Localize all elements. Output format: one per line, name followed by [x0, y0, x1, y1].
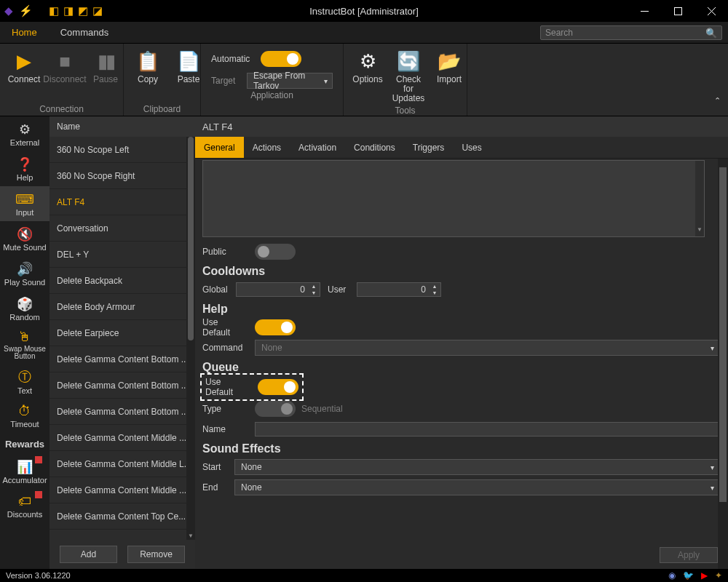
search-box[interactable]: Search 🔍 — [540, 25, 722, 40]
sound-end-label: End — [202, 482, 227, 493]
ql-icon-2[interactable]: ◨ — [63, 4, 74, 17]
search-icon[interactable]: 🔍 — [701, 28, 721, 39]
list-item[interactable]: Delete Gamma Content Top Ce... — [50, 503, 195, 530]
main-area: ⚙External ❓Help ⌨Input 🔇Mute Sound 🔊Play… — [0, 116, 728, 569]
help-use-default-toggle[interactable] — [255, 319, 296, 335]
rail-timeout[interactable]: ⏱Timeout — [0, 399, 50, 434]
tab-commands[interactable]: Commands — [49, 22, 120, 43]
list-item[interactable]: 360 No Scope Left — [50, 137, 195, 163]
spin-up-icon[interactable]: ▲ — [429, 283, 440, 290]
copy-button[interactable]: 📋 Copy — [130, 47, 166, 103]
scrollbar-thumb[interactable] — [719, 167, 727, 502]
close-button[interactable] — [695, 0, 728, 22]
tab-activation[interactable]: Activation — [290, 137, 345, 158]
list-item[interactable]: Delete Gamma Content Middle ... — [50, 477, 195, 503]
list-item[interactable]: Delete Earpiece — [50, 320, 195, 346]
connect-button[interactable]: ▶ Connect — [6, 47, 42, 103]
scrollbar-thumb[interactable] — [188, 137, 194, 340]
mouse-icon: 🖱 — [18, 330, 31, 345]
tab-conditions[interactable]: Conditions — [345, 137, 404, 158]
title-bar: ◆ ⚡ ◧ ◨ ◩ ◪ InstructBot [Administrator] — [0, 0, 728, 22]
options-button[interactable]: ⚙ Options — [349, 47, 386, 104]
description-textarea[interactable]: ▼ — [202, 160, 705, 237]
folder-icon: 📂 — [438, 49, 461, 73]
commands-header[interactable]: Name — [50, 116, 195, 137]
list-item[interactable]: Delete Gamma Content Bottom ... — [50, 399, 195, 425]
queue-type-slider[interactable] — [255, 401, 296, 417]
queue-use-default-toggle[interactable] — [258, 379, 298, 395]
maximize-button[interactable] — [661, 0, 695, 22]
scroll-down-arrow[interactable]: ▼ — [188, 533, 194, 540]
list-item[interactable]: Delete Gamma Content Middle ... — [50, 425, 195, 451]
twitter-icon[interactable]: 🐦 — [683, 570, 694, 581]
detail-scrollbar[interactable] — [718, 159, 728, 569]
rail-random[interactable]: 🎲Random — [0, 291, 50, 326]
help-header: Help — [202, 300, 719, 317]
textarea-scrollbar[interactable]: ▼ — [695, 161, 704, 236]
ql-icon-4[interactable]: ◪ — [92, 4, 103, 17]
list-scrollbar[interactable]: ▲ ▼ — [186, 137, 195, 540]
tab-general[interactable]: General — [195, 137, 244, 158]
pause-icon: ▮▮ — [94, 49, 117, 73]
spin-up-icon[interactable]: ▲ — [308, 283, 320, 290]
rail-discounts[interactable]: 🏷Discounts — [0, 489, 50, 524]
queue-type-label: Type — [202, 404, 248, 414]
remove-button[interactable]: Remove — [127, 546, 185, 563]
rail-external[interactable]: ⚙External — [0, 116, 50, 151]
ql-icon-3[interactable]: ◩ — [78, 4, 88, 17]
tab-home[interactable]: Home — [0, 22, 49, 43]
disconnect-button[interactable]: ■ Disconnect — [47, 47, 83, 103]
list-item[interactable]: ALT F4 — [50, 189, 195, 215]
add-button[interactable]: Add — [60, 546, 117, 563]
ql-icon-1[interactable]: ◧ — [49, 4, 59, 17]
youtube-icon[interactable]: ▶ — [701, 570, 708, 581]
tab-actions[interactable]: Actions — [244, 137, 290, 158]
list-item[interactable]: Delete Gamma Content Bottom ... — [50, 346, 195, 372]
rail-input[interactable]: ⌨Input — [0, 186, 50, 221]
puzzle-icon[interactable]: ✦ — [715, 570, 722, 581]
target-dropdown[interactable]: Escape From Tarkov — [247, 73, 333, 89]
discord-icon[interactable]: ◉ — [668, 570, 676, 581]
queue-name-input[interactable] — [255, 422, 719, 436]
tab-uses[interactable]: Uses — [453, 137, 490, 158]
rail-mute-sound[interactable]: 🔇Mute Sound — [0, 221, 50, 256]
rail-help[interactable]: ❓Help — [0, 151, 50, 186]
text-icon: Ⓣ — [18, 368, 31, 386]
check-updates-button[interactable]: 🔄 Check for Updates — [390, 47, 427, 104]
user-cooldown-input[interactable]: 0 ▲▼ — [357, 282, 441, 297]
help-command-dropdown[interactable]: None — [255, 340, 719, 356]
minimize-button[interactable] — [628, 0, 661, 22]
gear-icon: ⚙ — [356, 49, 379, 73]
list-item[interactable]: Delete Gamma Content Middle L... — [50, 451, 195, 477]
collapse-ribbon-icon[interactable]: ⌃ — [714, 96, 721, 105]
spin-down-icon[interactable]: ▼ — [429, 290, 440, 296]
public-toggle[interactable] — [255, 244, 296, 260]
pause-button[interactable]: ▮▮ Pause — [87, 47, 124, 103]
sound-start-dropdown[interactable]: None — [234, 459, 719, 475]
list-item[interactable]: DEL + Y — [50, 242, 195, 268]
list-item[interactable]: Delete Backpack — [50, 268, 195, 294]
import-button[interactable]: 📂 Import — [431, 47, 467, 104]
rail-play-sound[interactable]: 🔊Play Sound — [0, 256, 50, 291]
list-item[interactable]: Delete Gamma Content Bottom ... — [50, 372, 195, 399]
list-item[interactable]: Conversation — [50, 215, 195, 242]
ribbon: ▶ Connect ■ Disconnect ▮▮ Pause Connecti… — [0, 44, 728, 116]
spin-down-icon[interactable]: ▼ — [308, 290, 320, 296]
timer-icon: ⏱ — [18, 404, 31, 419]
tab-triggers[interactable]: Triggers — [404, 137, 454, 158]
help-command-label: Command — [202, 343, 248, 353]
rail-rewards[interactable]: Rewards — [0, 434, 50, 454]
list-item[interactable]: Delete Body Armour — [50, 294, 195, 320]
rail-accumulator[interactable]: 📊Accumulator — [0, 454, 50, 489]
plug-icon[interactable]: ⚡ — [19, 4, 33, 17]
sound-end-dropdown[interactable]: None — [234, 479, 719, 495]
rail-text[interactable]: ⓉText — [0, 364, 50, 399]
rail-swap-mouse[interactable]: 🖱Swap Mouse Button — [0, 326, 50, 364]
apply-button[interactable]: Apply — [660, 547, 718, 563]
global-cooldown-input[interactable]: 0 ▲▼ — [236, 282, 320, 297]
list-item[interactable]: 360 No Scope Right — [50, 163, 195, 189]
automatic-toggle[interactable] — [261, 51, 301, 67]
scroll-down-arrow[interactable]: ▼ — [697, 226, 703, 236]
svg-rect-1 — [674, 7, 681, 15]
group-connection-label: Connection — [6, 103, 117, 114]
